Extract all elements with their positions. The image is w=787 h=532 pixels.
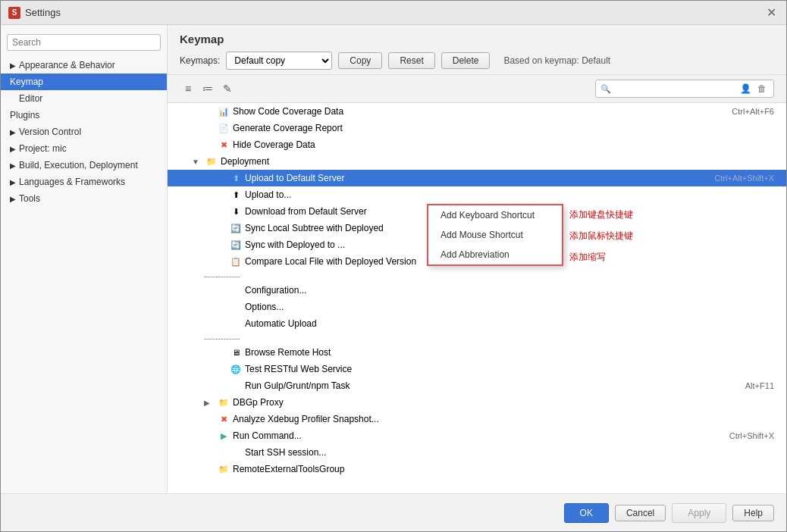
tree-row-remote-tools[interactable]: 📁 RemoteExternalToolsGroup [168, 461, 786, 477]
keymap-select[interactable]: Default copy [226, 52, 332, 70]
add-mouse-shortcut-item[interactable]: Add Mouse Shortcut [428, 225, 562, 245]
add-keyboard-shortcut-item[interactable]: Add Keyboard Shortcut [428, 205, 562, 225]
ok-button[interactable]: OK [564, 503, 609, 523]
sidebar-item-label: Keymap [10, 77, 43, 87]
tree-row-auto-upload[interactable]: Automatic Upload [168, 315, 786, 332]
add-mouse-label: Add Mouse Shortcut [441, 230, 523, 240]
download-default-label: Download from Default Server [245, 206, 367, 217]
sidebar-item-label: Appearance & Behavior [19, 60, 115, 70]
sidebar-item-build-exec[interactable]: ▶ Build, Execution, Deployment [1, 157, 167, 174]
tree-row-hide-coverage[interactable]: ✖ Hide Coverage Data [168, 136, 786, 153]
tree-row-upload-to[interactable]: ⬆ Upload to... [168, 186, 786, 203]
collapse-all-button[interactable]: ≔ [199, 80, 216, 97]
download-icon: ⬇ [230, 205, 242, 217]
sync-local-label: Sync Local Subtree with Deployed [245, 223, 384, 233]
keymap-header: Keymap Keymaps: Default copy Copy Reset … [168, 25, 786, 75]
keymap-controls-row: Keymaps: Default copy Copy Reset Delete … [180, 52, 774, 70]
sidebar-search-input[interactable] [7, 34, 161, 51]
remote-tools-label: RemoteExternalToolsGroup [233, 464, 344, 474]
show-coverage-label: Show Code Coverage Data [233, 106, 343, 117]
separator-2: ------------- [168, 332, 786, 344]
tree-row-deployment[interactable]: ▼ 📁 Deployment [168, 153, 786, 170]
shortcut-upload-default: Ctrl+Alt+Shift+X [714, 174, 774, 183]
tree-row-upload-default[interactable]: ⬆ Upload to Default Server Ctrl+Alt+Shif… [168, 170, 786, 186]
sidebar-item-languages[interactable]: ▶ Languages & Frameworks [1, 174, 167, 190]
upload-to-icon: ⬆ [230, 189, 242, 201]
context-menu: Add Keyboard Shortcut Add Mouse Shortcut… [427, 204, 563, 266]
deployment-expander: ▼ [192, 158, 202, 166]
sidebar-item-label: Plugins [10, 110, 39, 120]
reset-button[interactable]: Reset [388, 52, 434, 69]
copy-button[interactable]: Copy [338, 52, 382, 69]
gen-coverage-icon: 📄 [218, 122, 230, 134]
separator-text-2: ------------- [204, 333, 240, 343]
shortcut-run-gulp: Alt+F11 [745, 381, 774, 390]
sidebar-item-label: Languages & Frameworks [19, 177, 125, 187]
separator-1: ------------- [168, 270, 786, 282]
sidebar-item-project[interactable]: ▶ Project: mic [1, 140, 167, 157]
cancel-button[interactable]: Cancel [615, 505, 666, 521]
deployment-folder-icon: 📁 [205, 155, 218, 167]
edit-shortcut-button[interactable]: ✎ [219, 80, 236, 97]
shortcut-run-command: Ctrl+Shift+X [729, 431, 774, 440]
start-ssh-label: Start SSH session... [245, 447, 326, 458]
sidebar-item-tools[interactable]: ▶ Tools [1, 190, 167, 207]
tree-row-analyze-xdebug[interactable]: ✖ Analyze Xdebug Profiler Snapshot... [168, 411, 786, 427]
tree-row-show-coverage[interactable]: 📊 Show Code Coverage Data Ctrl+Alt+F6 [168, 103, 786, 120]
sidebar-item-appearance[interactable]: ▶ Appearance & Behavior [1, 57, 167, 74]
add-abbrev-label: Add Abbreviation [441, 249, 510, 260]
compare-icon: 📋 [230, 255, 242, 268]
based-on-text: Based on keymap: Default [503, 55, 610, 66]
run-command-label: Run Command... [233, 430, 302, 441]
tree-row-options[interactable]: Options... [168, 299, 786, 315]
browse-remote-icon: 🖥 [230, 346, 242, 358]
tree-row-start-ssh[interactable]: Start SSH session... [168, 444, 786, 461]
sidebar-item-version-control[interactable]: ▶ Version Control [1, 124, 167, 140]
sidebar-item-keymap[interactable]: Keymap [1, 74, 167, 90]
keymap-panel-title: Keymap [180, 33, 774, 45]
search-icons-group: 👤 🗑 [738, 82, 769, 95]
delete-icon-button[interactable]: 🗑 [755, 82, 769, 95]
tree-row-test-restful[interactable]: 🌐 Test RESTful Web Service [168, 361, 786, 377]
help-button[interactable]: Help [732, 505, 774, 521]
sidebar-item-plugins[interactable]: Plugins [1, 107, 167, 124]
tree-row-gen-coverage[interactable]: 📄 Generate Coverage Report [168, 120, 786, 136]
apply-button[interactable]: Apply [672, 503, 726, 523]
upload-to-label: Upload to... [245, 189, 291, 200]
add-abbreviation-item[interactable]: Add Abbreviation [428, 245, 562, 264]
gulp-icon [230, 380, 242, 392]
delete-button[interactable]: Delete [441, 52, 491, 69]
ssh-icon [230, 446, 242, 458]
sync-local-icon: 🔄 [230, 222, 242, 234]
hide-coverage-label: Hide Coverage Data [233, 139, 315, 150]
restful-icon: 🌐 [230, 363, 242, 375]
auto-upload-label: Automatic Upload [245, 318, 317, 329]
upload-default-label: Upload to Default Server [245, 173, 344, 183]
person-icon-button[interactable]: 👤 [738, 82, 752, 95]
app-icon: S [8, 7, 20, 19]
arrow-icon: ▶ [10, 128, 16, 136]
dbgp-label: DBGp Proxy [233, 397, 284, 408]
auto-upload-icon [230, 318, 242, 330]
keymap-tree[interactable]: 📊 Show Code Coverage Data Ctrl+Alt+F6 📄 … [168, 103, 786, 493]
sidebar-item-label: Tools [19, 193, 40, 204]
upload-default-icon: ⬆ [230, 172, 242, 184]
sync-deployed-label: Sync with Deployed to ... [245, 239, 345, 250]
tree-row-configuration[interactable]: Configuration... [168, 282, 786, 299]
sidebar-item-editor[interactable]: Editor [1, 90, 167, 107]
dbgp-expander: ▶ [204, 399, 215, 407]
keymap-search-input[interactable] [614, 84, 735, 93]
tree-row-run-command[interactable]: ▶ Run Command... Ctrl+Shift+X [168, 427, 786, 444]
separator-text: ------------- [204, 271, 240, 280]
coverage-show-icon: 📊 [218, 105, 230, 117]
configuration-icon [230, 284, 242, 296]
tree-row-run-gulp[interactable]: Run Gulp/Grunt/npm Task Alt+F11 [168, 377, 786, 394]
expand-all-button[interactable]: ≡ [180, 80, 196, 97]
keymaps-label: Keymaps: [180, 55, 220, 66]
close-button[interactable]: ✕ [763, 5, 779, 20]
sidebar-item-label: Project: mic [19, 143, 67, 154]
sidebar: ▶ Appearance & Behavior Keymap Editor Pl… [1, 25, 168, 493]
tree-row-browse-remote[interactable]: 🖥 Browse Remote Host [168, 344, 786, 361]
tree-row-dbgp[interactable]: ▶ 📁 DBGp Proxy [168, 394, 786, 411]
title-bar: S Settings ✕ [1, 1, 786, 25]
